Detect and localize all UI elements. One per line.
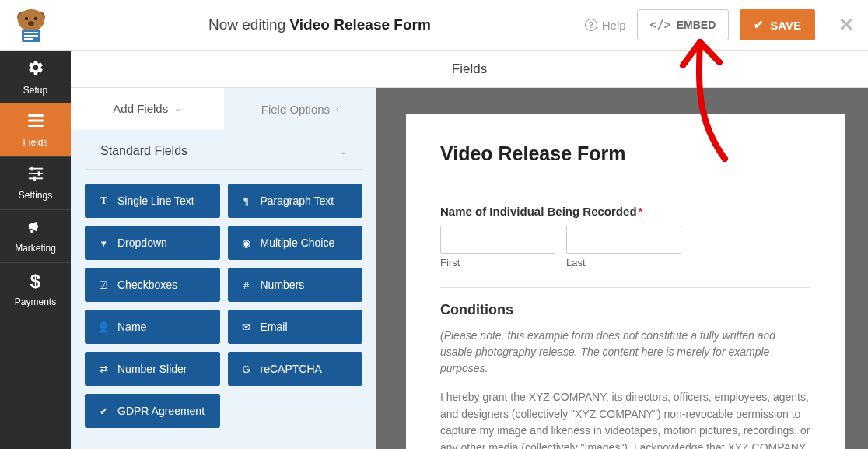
field-checkboxes[interactable]: ☑Checkboxes: [85, 268, 220, 302]
label-text: Name of Individual Being Recorded: [440, 205, 637, 218]
field-dropdown[interactable]: ▾Dropdown: [85, 226, 220, 260]
panel-header-label: Fields: [452, 61, 487, 77]
field-recaptcha[interactable]: GreCAPTCHA: [228, 352, 363, 386]
sidebar-item-marketing[interactable]: Marketing: [0, 209, 71, 262]
sidebar-item-payments[interactable]: $ Payments: [0, 262, 71, 315]
sidebar-item-setup[interactable]: Setup: [0, 51, 71, 103]
last-sublabel: Last: [566, 257, 681, 268]
field-number-slider[interactable]: ⇄Number Slider: [85, 352, 220, 386]
field-numbers[interactable]: #Numbers: [228, 268, 363, 302]
section-divider: [440, 287, 810, 288]
help-icon: ?: [585, 19, 597, 31]
form-card: Video Release Form Name of Individual Be…: [406, 114, 845, 449]
fields-panel: Add Fields ⌄ Field Options › Standard Fi…: [71, 51, 376, 449]
svg-rect-10: [28, 114, 44, 117]
svg-rect-11: [28, 119, 44, 121]
sidebar-label: Settings: [19, 190, 52, 201]
field-label: Paragraph Text: [261, 195, 334, 207]
conditions-body: I hereby grant the XYZ COMPANY, its dire…: [440, 389, 810, 449]
header-actions: ? Help </> EMBED ✔ SAVE ✕: [585, 9, 854, 40]
section-label: Standard Fields: [100, 144, 187, 158]
dollar-icon: $: [30, 271, 40, 293]
svg-point-4: [34, 17, 37, 20]
field-multiple-choice[interactable]: ◉Multiple Choice: [228, 226, 363, 260]
panel-header: Fields: [71, 51, 868, 88]
main-area: Setup Fields Settings Marketing $ Paymen…: [0, 51, 868, 449]
field-paragraph-text[interactable]: ¶Paragraph Text: [228, 184, 363, 218]
first-name-input[interactable]: [440, 226, 555, 254]
dropdown-icon: ▾: [97, 237, 110, 249]
tab-field-options[interactable]: Field Options ›: [224, 88, 377, 130]
gear-icon: [27, 59, 44, 81]
panel-tabs: Add Fields ⌄ Field Options ›: [71, 88, 376, 130]
checkbox-icon: ☑: [97, 279, 110, 291]
preview-canvas: Video Release Form Name of Individual Be…: [376, 88, 868, 449]
embed-button[interactable]: </> EMBED: [637, 9, 730, 40]
name-field-label: Name of Individual Being Recorded*: [440, 205, 810, 218]
close-button[interactable]: ✕: [838, 14, 854, 36]
embed-label: EMBED: [677, 19, 716, 31]
field-label: Multiple Choice: [261, 237, 335, 249]
field-gdpr-agreement[interactable]: ✔GDPR Agreement: [85, 394, 220, 428]
conditions-heading: Conditions: [440, 302, 810, 318]
person-icon: 👤: [97, 321, 110, 333]
svg-point-2: [18, 9, 44, 31]
svg-rect-8: [24, 35, 38, 37]
sidebar-label: Marketing: [15, 243, 56, 254]
top-header: Now editing Video Release Form ? Help </…: [0, 0, 868, 51]
embed-icon: </>: [650, 18, 671, 32]
sidebar-item-fields[interactable]: Fields: [0, 103, 71, 156]
field-label: Checkboxes: [117, 279, 177, 291]
chevron-right-icon: ›: [336, 104, 339, 114]
sidebar-label: Setup: [23, 85, 47, 96]
svg-rect-12: [28, 125, 44, 127]
field-email[interactable]: ✉Email: [228, 310, 363, 344]
save-button[interactable]: ✔ SAVE: [740, 9, 815, 40]
field-label: GDPR Agreement: [117, 405, 205, 417]
chevron-down-icon: ⌄: [174, 103, 181, 114]
field-label: Single Line Text: [117, 195, 194, 207]
sidebar-label: Payments: [15, 296, 56, 307]
conditions-note: (Please note, this example form does not…: [440, 328, 810, 377]
field-label: Number Slider: [117, 363, 187, 375]
tab-add-fields[interactable]: Add Fields ⌄: [71, 88, 224, 130]
name-sublabels: First Last: [440, 257, 810, 268]
form-name: Video Release Form: [290, 16, 431, 33]
field-label: Email: [261, 321, 288, 333]
sidebar-label: Fields: [23, 137, 47, 148]
field-grid: 𝐓Single Line Text ¶Paragraph Text ▾Dropd…: [71, 170, 376, 428]
section-standard-fields[interactable]: Standard Fields ⌄: [85, 130, 362, 170]
field-label: Dropdown: [117, 237, 167, 249]
svg-rect-17: [37, 171, 40, 175]
tab-label: Field Options: [261, 103, 330, 116]
google-icon: G: [240, 363, 253, 375]
envelope-icon: ✉: [240, 321, 253, 333]
radio-icon: ◉: [240, 237, 253, 249]
help-label: Help: [602, 19, 626, 32]
check-icon: ✔: [97, 405, 110, 417]
chevron-down-icon: ⌄: [340, 146, 347, 156]
svg-rect-14: [28, 173, 42, 174]
help-link[interactable]: ? Help: [585, 19, 626, 32]
field-label: Numbers: [261, 279, 305, 291]
tab-label: Add Fields: [113, 102, 168, 115]
field-single-line-text[interactable]: 𝐓Single Line Text: [85, 184, 220, 218]
field-name[interactable]: 👤Name: [85, 310, 220, 344]
bullhorn-icon: [27, 219, 44, 239]
checkmark-icon: ✔: [754, 18, 764, 32]
sidebar: Setup Fields Settings Marketing $ Paymen…: [0, 51, 71, 449]
sidebar-item-settings[interactable]: Settings: [0, 156, 71, 209]
last-name-input[interactable]: [566, 226, 681, 254]
text-icon: 𝐓: [97, 195, 110, 207]
editing-title: Now editing Video Release Form: [54, 16, 585, 33]
slider-icon: ⇄: [97, 363, 110, 375]
svg-rect-16: [30, 167, 33, 170]
form-title: Video Release Form: [440, 142, 810, 184]
field-label: reCAPTCHA: [261, 363, 322, 375]
save-label: SAVE: [770, 19, 801, 32]
paragraph-icon: ¶: [240, 195, 253, 207]
svg-rect-7: [24, 32, 38, 33]
svg-rect-9: [24, 38, 33, 40]
field-label: Name: [117, 321, 146, 333]
wpforms-logo: [8, 5, 54, 44]
